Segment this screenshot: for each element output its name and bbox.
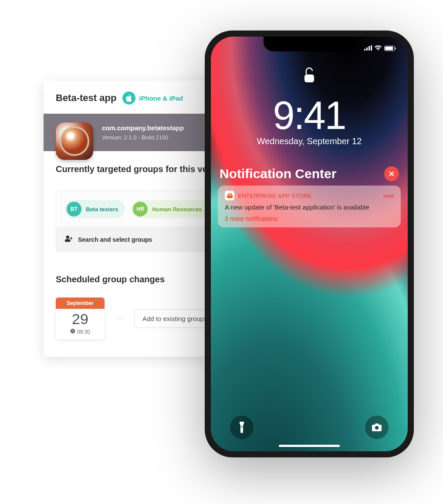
notification-card[interactable]: 🦀 ENTERPRISE APP STORE now A new update … <box>218 186 401 227</box>
date-card[interactable]: September 29 09:30 <box>56 298 105 339</box>
phone-notch <box>264 37 355 51</box>
group-avatar: HR <box>133 202 148 216</box>
nc-title: Notification Center <box>220 166 336 181</box>
lock-icon <box>303 78 315 85</box>
notification-app-name: ENTERPRISE APP STORE <box>238 193 312 199</box>
notification-time: now <box>383 193 394 199</box>
home-indicator[interactable] <box>279 445 340 447</box>
version-line: Version: 2.1.0 - Build 2100 <box>102 134 184 141</box>
camera-button[interactable] <box>365 416 389 439</box>
notification-header: 🦀 ENTERPRISE APP STORE now <box>225 191 394 200</box>
notification-center-header: Notification Center <box>220 166 399 181</box>
lock-screen: 9:41 Wednesday, September 12 <box>211 67 408 146</box>
lock-time: 9:41 <box>211 93 408 138</box>
svg-rect-2 <box>366 47 368 51</box>
battery-icon <box>384 46 395 51</box>
phone-mockup: 9:41 Wednesday, September 12 Notificatio… <box>205 30 414 457</box>
date-time: 09:30 <box>56 328 105 339</box>
notification-body: A new update of 'Beta-test application' … <box>225 203 394 212</box>
group-label: Beta testers <box>86 206 118 213</box>
svg-rect-5 <box>304 74 314 82</box>
svg-rect-1 <box>364 49 365 51</box>
date-month: September <box>56 298 105 309</box>
phone-frame: 9:41 Wednesday, September 12 Notificatio… <box>205 30 414 457</box>
clock-icon <box>70 328 75 335</box>
app-icon <box>56 122 93 160</box>
app-title: Beta-test app <box>56 92 116 104</box>
svg-rect-3 <box>369 46 370 51</box>
apple-icon <box>122 91 135 105</box>
cellular-icon <box>364 44 372 52</box>
status-bar <box>364 44 395 52</box>
user-plus-icon <box>65 235 73 244</box>
app-meta: com.company.betatestapp Version: 2.1.0 -… <box>102 124 184 141</box>
svg-point-7 <box>375 426 379 430</box>
flashlight-button[interactable] <box>230 416 254 439</box>
lock-date: Wednesday, September 12 <box>211 136 408 146</box>
connector-line <box>115 318 124 319</box>
dropdown-label: Add to existing groups <box>142 315 207 322</box>
group-pill[interactable]: HRHuman Resources <box>131 200 209 218</box>
svg-point-6 <box>241 426 243 428</box>
group-label: Human Resources <box>152 206 202 213</box>
phone-screen: 9:41 Wednesday, September 12 Notificatio… <box>211 37 408 451</box>
platform-label: iPhone & iPad <box>139 95 183 102</box>
nc-close-button[interactable] <box>384 166 399 181</box>
group-avatar: BT <box>67 202 81 216</box>
lock-dock <box>211 416 408 439</box>
wifi-icon <box>375 44 382 52</box>
notification-app-icon: 🦀 <box>225 191 234 200</box>
group-pill[interactable]: BTBeta testers <box>65 200 125 218</box>
platform-badge: iPhone & iPad <box>122 91 183 105</box>
svg-rect-4 <box>371 45 372 51</box>
bundle-id: com.company.betatestapp <box>102 124 184 132</box>
search-groups-label: Search and select groups <box>78 236 152 243</box>
date-day: 29 <box>56 309 105 328</box>
notification-more[interactable]: 3 more notifications <box>225 215 394 222</box>
